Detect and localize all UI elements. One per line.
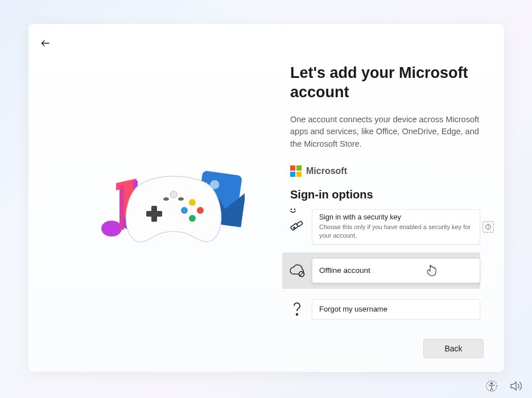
question-icon [291, 301, 303, 317]
security-key-icon [289, 219, 305, 235]
option-offline-title: Offline account [319, 266, 473, 276]
svg-rect-20 [296, 221, 303, 227]
back-button[interactable]: Back [423, 339, 484, 358]
signin-options-title: Sign-in options [290, 188, 481, 201]
svg-point-23 [488, 228, 489, 229]
svg-point-27 [296, 314, 298, 316]
svg-point-17 [291, 208, 292, 210]
svg-point-29 [490, 383, 492, 384]
option-forgot-username[interactable]: Forgot my username [282, 299, 480, 320]
svg-point-21 [293, 227, 295, 229]
option-forgot-card[interactable]: Forgot my username [312, 299, 480, 320]
page-title: Let's add your Microsoft account [290, 64, 481, 102]
svg-point-10 [189, 199, 196, 206]
option-offline-card[interactable]: Offline account [312, 258, 480, 283]
svg-point-13 [189, 215, 196, 222]
microsoft-label: Microsoft [306, 166, 347, 176]
smiley-icon [290, 207, 298, 215]
back-button-label: Back [444, 344, 462, 353]
help-circle-icon [485, 223, 492, 230]
option-security-key-sub: Choose this only if you have enabled a s… [319, 223, 473, 239]
svg-point-11 [197, 207, 204, 214]
option-security-key-title: Sign in with a security key [319, 213, 473, 222]
microsoft-logo-icon [290, 165, 302, 177]
accessibility-icon[interactable] [485, 380, 498, 392]
svg-point-15 [178, 197, 184, 201]
hero-illustration [74, 166, 245, 263]
taskbar-tray [485, 380, 523, 392]
page-subtitle: One account connects your device across … [290, 114, 481, 151]
oobe-card: Let's add your Microsoft account One acc… [28, 24, 504, 372]
option-security-key[interactable]: Sign in with a security key Choose this … [282, 209, 480, 244]
option-offline-account[interactable]: Offline account [282, 252, 480, 289]
svg-point-18 [294, 208, 296, 210]
hero-panel [28, 24, 279, 372]
help-badge[interactable] [482, 221, 494, 233]
svg-point-16 [170, 191, 177, 198]
svg-point-12 [181, 207, 188, 214]
cloud-offline-icon [288, 264, 306, 277]
svg-rect-3 [119, 188, 124, 230]
option-forgot-title: Forgot my username [319, 305, 473, 314]
svg-point-14 [163, 197, 169, 201]
layout: Let's add your Microsoft account One acc… [28, 24, 504, 372]
volume-icon[interactable] [509, 380, 523, 392]
signin-options-list: Sign in with a security key Choose this … [282, 209, 480, 320]
option-security-key-card[interactable]: Sign in with a security key Choose this … [312, 209, 480, 244]
svg-point-1 [101, 221, 122, 237]
content-panel: Let's add your Microsoft account One acc… [279, 24, 504, 372]
microsoft-brand: Microsoft [290, 165, 481, 177]
svg-rect-9 [146, 211, 162, 217]
